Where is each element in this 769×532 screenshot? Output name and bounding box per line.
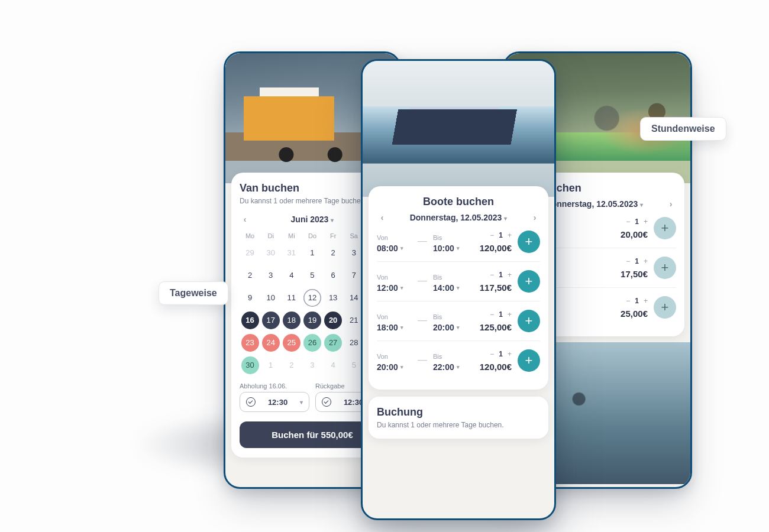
calendar-day[interactable]: 4 [324,356,342,374]
add-slot-button[interactable]: + [518,349,540,372]
chevron-right-icon[interactable]: › [665,199,676,209]
calendar-day[interactable]: 9 [241,289,259,307]
calendar-day[interactable]: 30 [241,356,259,374]
calendar-day[interactable]: 1 [262,356,280,374]
calendar-day[interactable]: 28 [345,334,363,352]
chevron-down-icon: ▾ [457,325,460,330]
booking-summary-card: Buchung Du kannst 1 oder mehrere Tage bu… [369,397,548,439]
calendar-day[interactable]: 23 [241,334,259,352]
from-time-select[interactable]: 20:00▾ [377,362,412,372]
calendar-day[interactable]: 10 [262,289,280,307]
calendar-day[interactable]: 19 [303,312,321,329]
from-time-select[interactable]: 12:00▾ [377,283,412,293]
calendar-day[interactable]: 2 [324,244,342,262]
calendar-day[interactable]: 2 [241,267,259,284]
calendar-day[interactable]: 5 [345,356,363,374]
date-select[interactable]: Donnerstag, 12.05.2023▾ [410,213,508,222]
to-time-select[interactable]: 10:00▾ [433,244,468,253]
calendar-day[interactable]: 3 [345,244,363,262]
booking-title: Buchung [377,406,540,419]
booking-subtitle: Du kannst 1 oder mehrere Tage buchen. [377,421,540,429]
minus-icon[interactable]: − [490,350,494,358]
qty-stepper[interactable]: −1+ [490,310,512,319]
chevron-down-icon: ▾ [457,245,460,251]
slot-price: 125,00€ [474,322,512,332]
plus-icon[interactable]: + [508,310,512,319]
chevron-down-icon: ▾ [504,215,507,222]
qty-stepper[interactable]: −1+ [490,231,512,239]
calendar-day[interactable]: 11 [283,289,301,307]
chevron-left-icon[interactable]: ‹ [240,215,250,224]
chevron-left-icon[interactable]: ‹ [377,213,387,222]
slot-price: 17,50€ [610,269,648,279]
pickup-time-select[interactable]: 12:30 ▾ [240,392,309,412]
minus-icon[interactable]: − [490,310,494,319]
plus-icon[interactable]: + [508,231,512,239]
weekday-label: Fr [323,232,344,239]
calendar-day[interactable]: 3 [262,267,280,284]
from-time-select[interactable]: 18:00▾ [377,323,412,332]
plus-icon[interactable]: + [508,350,512,358]
add-slot-button[interactable]: + [654,257,676,279]
minus-icon[interactable]: − [626,297,630,305]
calendar-day[interactable]: 31 [283,244,301,262]
dash-separator: — [418,275,427,287]
calendar-day[interactable]: 2 [283,356,301,374]
calendar-day[interactable]: 3 [303,356,321,374]
month-select[interactable]: Juni 2023▾ [291,215,334,224]
calendar-day[interactable]: 7 [345,267,363,284]
qty-stepper[interactable]: −1+ [626,257,648,265]
calendar-day[interactable]: 5 [303,267,321,284]
chevron-down-icon: ▾ [400,364,403,370]
calendar-day[interactable]: 1 [303,244,321,262]
check-icon [246,397,256,407]
plus-icon[interactable]: + [644,257,648,265]
time-slot-row: Von18:00▾—Bis20:00▾−1+125,00€+ [377,301,540,341]
plus-icon[interactable]: + [644,218,648,226]
calendar-day[interactable]: 13 [324,289,342,307]
from-time-select[interactable]: 08:00▾ [377,244,412,253]
phone-boat: Boote buchen ‹ Donnerstag, 12.05.2023▾ ›… [361,59,556,520]
calendar-day[interactable]: 4 [283,267,301,284]
minus-icon[interactable]: − [490,271,494,279]
calendar-day[interactable]: 27 [324,334,342,352]
qty-stepper[interactable]: −1+ [490,271,512,279]
calendar-day[interactable]: 16 [241,312,259,329]
calendar-day[interactable]: 26 [303,334,321,352]
plus-icon[interactable]: + [508,271,512,279]
minus-icon[interactable]: − [626,257,630,265]
to-label: Bis [433,353,468,360]
to-time-select[interactable]: 14:00▾ [433,283,468,293]
calendar-day[interactable]: 18 [283,312,301,329]
minus-icon[interactable]: − [490,231,494,239]
add-slot-button[interactable]: + [654,217,676,239]
chevron-right-icon[interactable]: › [529,213,540,222]
calendar-day[interactable]: 6 [324,267,342,284]
add-slot-button[interactable]: + [518,310,540,332]
dash-separator: — [418,236,427,248]
calendar-day[interactable]: 25 [283,334,301,352]
chevron-down-icon: ▾ [400,325,403,330]
calendar-day[interactable]: 20 [324,312,342,329]
calendar-day[interactable]: 14 [345,289,363,307]
calendar-day[interactable]: 17 [262,312,280,329]
calendar-day[interactable]: 24 [262,334,280,352]
from-label: Von [377,353,412,360]
qty-stepper[interactable]: −1+ [626,218,648,226]
calendar-day[interactable]: 30 [262,244,280,262]
from-label: Von [377,313,412,320]
add-slot-button[interactable]: + [518,270,540,293]
to-label: Bis [433,313,468,320]
minus-icon[interactable]: − [626,218,630,226]
plus-icon[interactable]: + [644,297,648,305]
qty-stepper[interactable]: −1+ [490,350,512,358]
calendar-day[interactable]: 29 [241,244,259,262]
qty-stepper[interactable]: −1+ [626,297,648,305]
to-time-select[interactable]: 20:00▾ [433,323,468,332]
to-time-select[interactable]: 22:00▾ [433,362,468,372]
calendar-day[interactable]: 21 [345,312,363,329]
date-select[interactable]: onnerstag, 12.05.2023▾ [552,199,644,209]
add-slot-button[interactable]: + [518,231,540,253]
add-slot-button[interactable]: + [654,296,676,319]
calendar-day[interactable]: 12 [303,289,321,307]
